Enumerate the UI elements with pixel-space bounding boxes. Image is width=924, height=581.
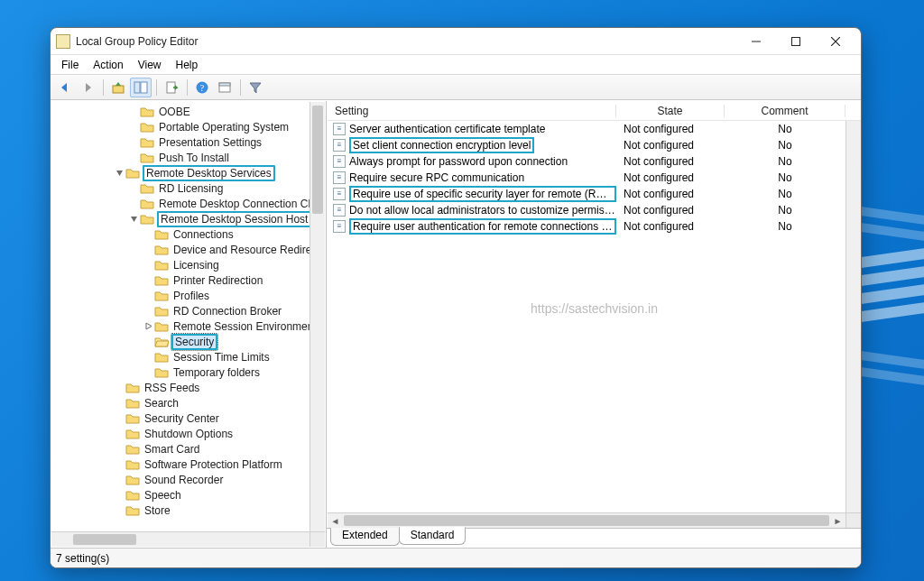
tree-item[interactable]: Remote Session Environment [51, 318, 310, 334]
chevron-right-icon[interactable] [142, 320, 154, 333]
tree-item[interactable]: OOBE [51, 104, 310, 119]
up-icon[interactable] [107, 78, 129, 97]
tree-item[interactable]: Remote Desktop Session Host [51, 211, 310, 226]
tree-v-thumb[interactable] [312, 106, 323, 214]
list-row[interactable]: ≡Always prompt for password upon connect… [328, 153, 861, 170]
list-row[interactable]: ≡Set client connection encryption levelN… [328, 137, 861, 153]
expander-placeholder [113, 412, 125, 425]
expander-placeholder [113, 458, 125, 471]
menubar: File Action View Help [51, 55, 861, 75]
menu-file[interactable]: File [54, 57, 86, 73]
tree-item[interactable]: RD Licensing [51, 180, 310, 196]
minimize-button[interactable] [736, 28, 776, 55]
scroll-right-icon[interactable]: ► [830, 513, 845, 528]
list-v-scrollbar[interactable] [845, 121, 861, 512]
cell-setting: Require secure RPC communication [349, 171, 524, 184]
filter-icon[interactable] [245, 78, 266, 97]
list-h-thumb[interactable] [344, 515, 829, 526]
toolbar-separator [103, 79, 104, 96]
tree-item-label: Printer Redirection [171, 274, 264, 287]
tree-item-label: Profiles [171, 290, 211, 302]
tree-item[interactable]: Push To Install [51, 150, 310, 165]
folder-icon [125, 443, 140, 456]
cell-comment: No [725, 188, 845, 200]
cell-state: Not configured [616, 220, 725, 233]
menu-help[interactable]: Help [169, 57, 206, 73]
svg-rect-0 [852, 248, 924, 269]
tree-item[interactable]: Connections [51, 226, 310, 242]
chevron-down-icon[interactable] [113, 167, 125, 180]
tree-item[interactable]: Remote Desktop Connection Client [51, 196, 310, 211]
expander-placeholder [127, 136, 140, 149]
chevron-down-icon[interactable] [127, 213, 140, 226]
tree-v-scrollbar[interactable] [310, 102, 325, 531]
expander-placeholder [142, 290, 154, 302]
policy-setting-icon: ≡ [333, 220, 346, 233]
list-row[interactable]: ≡Require secure RPC communicationNot con… [328, 170, 861, 186]
svg-rect-9 [113, 86, 124, 93]
tree-item-label: Smart Card [143, 443, 201, 456]
tree-h-scrollbar[interactable] [51, 531, 310, 547]
show-hide-tree-icon[interactable] [130, 78, 152, 97]
tree-item-label: Connections [171, 228, 236, 241]
svg-rect-1 [852, 266, 924, 287]
tree-item[interactable]: Security Center [51, 410, 310, 426]
expander-placeholder [127, 152, 140, 164]
scroll-left-icon[interactable]: ◄ [328, 513, 343, 528]
back-icon[interactable] [54, 78, 76, 97]
tree-item[interactable]: Sound Recorder [51, 472, 310, 487]
menu-view[interactable]: View [131, 57, 169, 73]
list-row[interactable]: ≡Server authentication certificate templ… [328, 121, 861, 137]
header-state[interactable]: State [616, 105, 725, 117]
tab-extended[interactable]: Extended [330, 528, 400, 546]
tree-item[interactable]: Smart Card [51, 441, 310, 456]
tree-h-thumb[interactable] [73, 534, 136, 545]
properties-icon[interactable] [214, 78, 236, 97]
header-comment[interactable]: Comment [725, 105, 845, 117]
tree-item[interactable]: RSS Feeds [51, 380, 310, 395]
toolbar-separator [156, 79, 157, 96]
tree-item[interactable]: Remote Desktop Services [51, 165, 310, 180]
expander-placeholder [142, 336, 154, 348]
folder-icon [140, 136, 154, 149]
close-button[interactable] [816, 28, 855, 55]
tree-item[interactable]: Printer Redirection [51, 272, 310, 288]
list-row[interactable]: ≡Do not allow local administrators to cu… [328, 202, 861, 218]
maximize-button[interactable] [776, 28, 816, 55]
cell-comment: No [725, 220, 845, 233]
tree-item[interactable]: Store [51, 503, 310, 518]
list-row[interactable]: ≡Require user authentication for remote … [328, 218, 861, 235]
folder-icon [154, 228, 169, 241]
cell-comment: No [725, 155, 845, 168]
cell-state: Not configured [616, 139, 725, 152]
titlebar[interactable]: Local Group Policy Editor [51, 28, 861, 55]
tree-item[interactable]: Temporary folders [51, 364, 310, 380]
tree-item[interactable]: Presentation Settings [51, 134, 310, 150]
tree-item[interactable]: Session Time Limits [51, 349, 310, 364]
cell-state: Not configured [616, 155, 725, 168]
tree-item[interactable]: Licensing [51, 257, 310, 272]
tree-item[interactable]: Profiles [51, 288, 310, 303]
tree-item[interactable]: Shutdown Options [51, 426, 310, 441]
tree-item-label: Software Protection Platform [143, 458, 284, 471]
tree-item[interactable]: Device and Resource Redirection [51, 242, 310, 257]
export-list-icon[interactable] [161, 78, 182, 97]
list-row[interactable]: ≡Require use of specific security layer … [328, 186, 861, 202]
svg-rect-4 [861, 207, 924, 226]
forward-icon[interactable] [77, 78, 98, 97]
tree-item[interactable]: Portable Operating System [51, 119, 310, 134]
tree-item[interactable]: Search [51, 395, 310, 410]
tree-item[interactable]: Speech [51, 487, 310, 503]
tree-item[interactable]: Security [51, 334, 310, 349]
tree-item[interactable]: RD Connection Broker [51, 303, 310, 318]
list-h-scrollbar[interactable]: ◄ ► [328, 512, 845, 528]
cell-setting: Do not allow local administrators to cus… [349, 204, 616, 217]
help-icon[interactable]: ? [191, 78, 213, 97]
tree-item-label: Remote Session Environment [171, 320, 310, 333]
tab-standard[interactable]: Standard [399, 527, 467, 545]
expander-placeholder [142, 274, 154, 287]
menu-action[interactable]: Action [86, 57, 130, 73]
header-setting[interactable]: Setting [328, 105, 616, 117]
tree-item-label: Push To Install [157, 152, 231, 164]
tree-item[interactable]: Software Protection Platform [51, 456, 310, 472]
